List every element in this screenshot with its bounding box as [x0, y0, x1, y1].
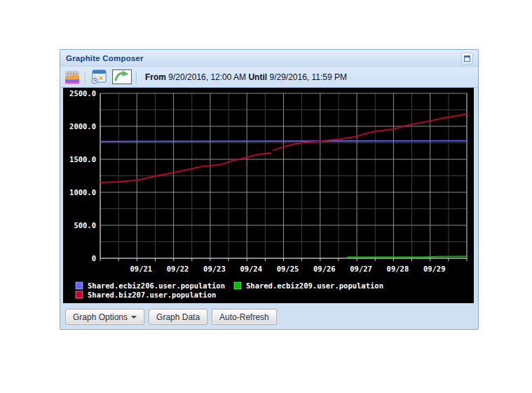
- x-axis-label: 09/21: [130, 265, 152, 273]
- graphite-composer-window: Graphite Composer: [60, 49, 479, 330]
- calendar-glyph: [91, 69, 107, 84]
- legend-label: Shared.biz207.user.population: [88, 291, 216, 299]
- x-axis-label: 09/23: [203, 265, 226, 273]
- from-value: 9/20/2016, 12:00 AM: [168, 72, 246, 82]
- auto-refresh-label: Auto-Refresh: [219, 312, 269, 322]
- toolbar-separator: [85, 71, 86, 84]
- until-label: Until: [248, 72, 267, 82]
- composer-toolbar: From 9/20/2016, 12:00 AM Until 9/29/2016…: [60, 67, 478, 88]
- y-axis-label: 2000.0: [69, 122, 96, 131]
- y-axis-label: 0: [92, 254, 96, 262]
- x-axis-label: 09/27: [350, 265, 372, 273]
- toolbar-separator: [136, 71, 137, 84]
- until-value: 9/29/2016, 11:59 PM: [269, 72, 347, 82]
- from-label: From: [145, 72, 166, 82]
- chart-canvas: 0500.01000.01500.02000.02500.009/2109/22…: [63, 88, 474, 303]
- graph-data-button[interactable]: Graph Data: [149, 309, 207, 325]
- y-axis-label: 1000.0: [69, 188, 96, 196]
- x-axis-label: 09/25: [277, 265, 299, 273]
- collapse-button[interactable]: [461, 53, 473, 65]
- x-axis-label: 09/29: [423, 265, 446, 273]
- render-arrow-icon[interactable]: [111, 69, 132, 86]
- series-line: [348, 256, 467, 257]
- legend-swatch: [76, 291, 83, 298]
- graph-options-button[interactable]: Graph Options: [65, 309, 144, 325]
- legend-swatch: [76, 282, 83, 289]
- x-axis-label: 09/26: [313, 265, 336, 273]
- area-chart-icon[interactable]: [63, 69, 81, 86]
- time-range-text: From 9/20/2016, 12:00 AM Until 9/29/2016…: [145, 72, 347, 82]
- area-chart-glyph: [65, 71, 79, 84]
- legend-label: Shared.ecbiz209.user.population: [246, 281, 383, 290]
- graph-display-area: 0500.01000.01500.02000.02500.009/2109/22…: [63, 88, 474, 303]
- legend-label: Shared.ecbiz206.user.population: [88, 281, 225, 290]
- y-axis-label: 500.0: [74, 221, 96, 229]
- y-axis-label: 2500.0: [69, 89, 96, 98]
- window-titlebar[interactable]: Graphite Composer: [60, 50, 478, 67]
- y-axis-label: 1500.0: [69, 155, 96, 164]
- render-arrow-glyph: [112, 69, 132, 84]
- series-line: [100, 141, 467, 142]
- chart-background: [63, 88, 474, 303]
- graph-options-label: Graph Options: [73, 312, 128, 322]
- legend-swatch: [234, 282, 241, 289]
- x-axis-label: 09/24: [240, 265, 262, 273]
- window-title: Graphite Composer: [66, 54, 144, 62]
- calendar-icon[interactable]: [90, 69, 108, 86]
- composer-footer: Graph Options Graph Data Auto-Refresh: [60, 303, 478, 325]
- x-axis-label: 09/22: [167, 265, 189, 273]
- graph-data-label: Graph Data: [156, 312, 200, 322]
- collapse-icon: [464, 55, 470, 62]
- dropdown-arrow-icon: [131, 316, 137, 319]
- x-axis-label: 09/28: [387, 265, 409, 273]
- auto-refresh-button[interactable]: Auto-Refresh: [212, 309, 277, 325]
